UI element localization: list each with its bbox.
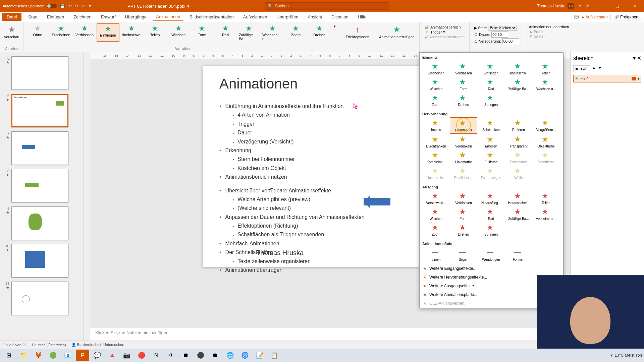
thumbnail-8[interactable]: 8★	[0, 167, 84, 204]
effect-farbimpuls[interactable]: ★Farbimpuls	[450, 117, 477, 134]
more-icon[interactable]: ▾	[89, 4, 91, 8]
preview-button[interactable]: ★ Vorschau	[2, 23, 21, 40]
more-effects-0[interactable]: ★ Weitere Eingangseffekte...	[420, 264, 563, 273]
effect-verblassen[interactable]: ★Verblassen	[450, 61, 477, 76]
anim-wischen[interactable]: ★Wischen	[167, 23, 190, 42]
touchmode-icon[interactable]: ▭	[82, 4, 86, 8]
anim-verblassen[interactable]: ★Verblassen	[73, 23, 96, 42]
effect-drehen[interactable]: ★Drehen	[450, 92, 477, 108]
effect-springen[interactable]: ★Springen	[477, 92, 505, 108]
anim-drehen[interactable]: ★Drehen	[308, 23, 331, 42]
anim-rad[interactable]: ★Rad	[214, 23, 237, 42]
thumbnail-11[interactable]: 11★	[0, 280, 84, 317]
effect-kompleme[interactable]: ★Kompleme...	[422, 149, 450, 165]
effect-wischen[interactable]: ★Wischen	[422, 76, 450, 92]
tab-insert[interactable]: Einfügen	[44, 13, 67, 21]
effect-zoom[interactable]: ★Zoom	[422, 92, 450, 108]
effect-objektfarbe[interactable]: ★Objektfarbe	[532, 134, 560, 149]
weather-widget[interactable]: ☀ 13°C Meist son	[610, 353, 642, 358]
effect-erscheinen[interactable]: ★Erscheinen	[422, 61, 450, 76]
anim-einfliegen[interactable]: ★Einfliegen	[97, 23, 119, 42]
chrome-icon[interactable]: 🟢	[46, 350, 60, 361]
record-button[interactable]: ● Aufzeichnen	[582, 15, 607, 19]
anim-wachsen u...[interactable]: ★Wachsen u...	[261, 23, 284, 42]
save-icon[interactable]: 💾	[60, 4, 65, 8]
effect-einfliegen[interactable]: ★Einfliegen	[477, 61, 505, 76]
effect-verkleinern[interactable]: ★Verkleinern ...	[532, 206, 560, 222]
effect-welle[interactable]: ★Welle	[505, 165, 532, 181]
thumbnail-9[interactable]: 9★	[0, 204, 84, 242]
effect-options-button[interactable]: ↑ Effektoptionen	[344, 23, 371, 40]
effect-schwanken[interactable]: ★Schwanken	[477, 117, 505, 134]
anim-ohne[interactable]: ★Ohne	[26, 23, 49, 42]
effect-vergrern[interactable]: ★Vergrößern...	[532, 117, 560, 134]
thumbnail-5[interactable]: 5★	[0, 54, 84, 92]
close-button[interactable]: ✕	[628, 4, 641, 8]
move-later[interactable]: ▼ Später	[529, 34, 569, 38]
start-select[interactable]: Beim Klicken	[488, 25, 517, 31]
effect-schriftfarbe[interactable]: ★Schriftfarbe	[532, 149, 560, 165]
app-icon[interactable]: ⏺	[209, 350, 222, 361]
effect-wachsenu[interactable]: ★Wachsen u...	[532, 76, 560, 92]
delay-input[interactable]	[502, 38, 519, 44]
app-icon[interactable]: ⏺	[179, 350, 193, 361]
vlc-icon[interactable]: 🔺	[105, 350, 119, 361]
autosave-toggle[interactable]: Automatisches Speichern	[3, 4, 57, 8]
effect-verblassen[interactable]: ★Verblassen	[450, 190, 477, 206]
tab-help[interactable]: Hilfe	[355, 13, 369, 21]
move-earlier[interactable]: ▲ Früher	[529, 29, 569, 34]
blue-arrow-shape[interactable]	[364, 198, 390, 205]
effect-form[interactable]: ★Form	[450, 76, 477, 92]
effect-hinausflieg[interactable]: ★Hinausflieg...	[477, 190, 505, 206]
effect-erhellen[interactable]: ★Erhellen	[477, 134, 505, 149]
app-icon[interactable]: 🌐	[223, 350, 237, 361]
search-box[interactable]: 🔍	[265, 2, 389, 10]
effect-drehen[interactable]: ★Drehen	[450, 222, 477, 238]
slide-thumbnails[interactable]: 5★6★Animationen7★8★9★10★11★	[0, 52, 84, 341]
undo-icon[interactable]: ↶	[68, 4, 72, 8]
close-icon[interactable]: ✕	[637, 55, 641, 61]
filename[interactable]: PPT 01 Roter Faden 004.pptx ▾	[127, 4, 201, 9]
app-icon[interactable]: 📋	[268, 350, 281, 361]
effect-hineinschw[interactable]: ★Hineinschw...	[505, 61, 532, 76]
chevron-down-icon[interactable]: ▾	[187, 4, 190, 9]
tab-record[interactable]: Aufzeichnen	[240, 13, 270, 21]
tab-animations[interactable]: Animationen	[153, 13, 183, 21]
thumbnail-7[interactable]: 7★	[0, 129, 84, 167]
start-button[interactable]: ⊞	[2, 350, 15, 361]
app-icon[interactable]: 💬	[91, 350, 104, 361]
effect-verdunkeln[interactable]: ★Verdunkeln	[450, 134, 477, 149]
effect-herausschw[interactable]: ★Herausschw...	[505, 190, 532, 206]
app-icon[interactable]: 📷	[120, 350, 133, 361]
path-bögen[interactable]: ―Bögen	[450, 247, 477, 263]
anim-zufällige ba...[interactable]: ★Zufällige Ba...	[237, 23, 260, 42]
tab-transitions[interactable]: Übergänge	[122, 13, 149, 21]
path-wendungen[interactable]: ―Wendungen	[477, 247, 505, 263]
down-icon[interactable]: ▼	[598, 65, 602, 72]
effect-teilen[interactable]: ★Teilen	[532, 61, 560, 76]
effect-linienfarbe[interactable]: ★Linienfarbe	[450, 149, 477, 165]
rewards-icon[interactable]: ✦	[578, 4, 582, 8]
chevron-down-icon[interactable]: ▾	[633, 55, 636, 61]
path-formen[interactable]: ―Formen	[505, 247, 532, 263]
tab-review[interactable]: Überprüfen	[274, 13, 301, 21]
explorer-icon[interactable]: 📁	[17, 350, 30, 361]
accessibility[interactable]: 👤 Barrierefreiheit: Untersuchen	[71, 343, 124, 347]
effect-pinselfarbe[interactable]: ★Pinselfarbe	[505, 149, 532, 165]
telegram-icon[interactable]: ✈	[164, 350, 178, 361]
comments-icon[interactable]: 💬	[574, 15, 579, 19]
effect-impuls[interactable]: ★Impuls	[422, 117, 450, 134]
anim-form[interactable]: ★Form	[191, 23, 213, 42]
minimize-button[interactable]: —	[593, 4, 606, 8]
effect-springen[interactable]: ★Springen	[477, 222, 505, 238]
effect-deutlicher[interactable]: ★Deutlicher ...	[450, 165, 477, 181]
search-input[interactable]	[275, 4, 386, 8]
thumbnail-6[interactable]: 6★Animationen	[0, 92, 84, 129]
language[interactable]: Deutsch (Österreich)	[32, 343, 66, 347]
edge-icon[interactable]: 🌀	[238, 350, 252, 361]
effect-transparent[interactable]: ★Transparent	[505, 134, 532, 149]
trigger-button[interactable]: ⚡ Trigger ▾	[424, 30, 465, 34]
powerpoint-icon[interactable]: P	[76, 350, 89, 361]
user-account[interactable]: Thomas Hruska TH	[537, 3, 574, 9]
effect-zuflligeba[interactable]: ★Zufällige Ba...	[505, 76, 532, 92]
